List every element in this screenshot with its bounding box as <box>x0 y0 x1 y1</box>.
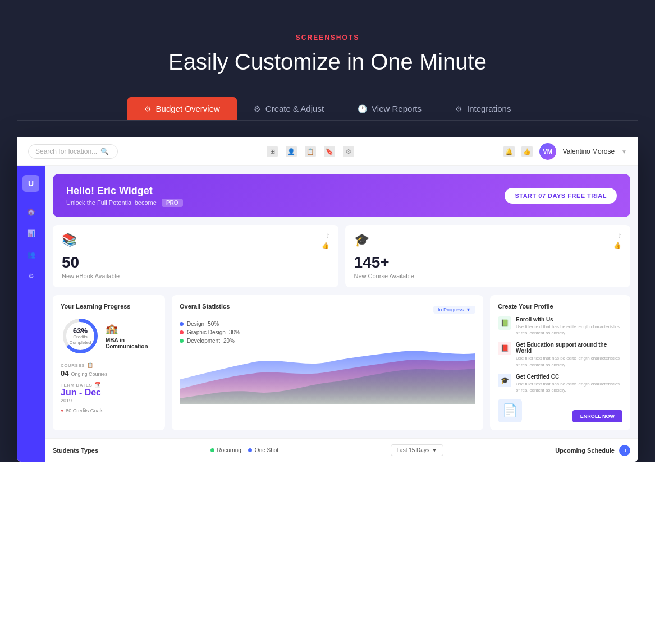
dropdown-arrow: ▼ <box>466 307 471 312</box>
students-types-label: Students Types <box>53 447 98 454</box>
learning-panel-title: Your Learning Progress <box>61 303 157 310</box>
courses-sub: Onging Courses <box>71 371 107 377</box>
enroll-row: 📄 ENROLL NOW <box>498 399 622 422</box>
share-icon-course[interactable]: ⤴ <box>618 233 621 240</box>
tab-integrations[interactable]: ⚙ Integrations <box>438 97 528 120</box>
courses-icon: 📋 <box>87 362 94 368</box>
notification-icon[interactable]: 🔔 <box>503 146 515 157</box>
create-icon: ⚙ <box>254 104 261 113</box>
integrations-icon: ⚙ <box>455 104 462 113</box>
budget-icon: ⚙ <box>144 104 152 113</box>
doc-icon: 📄 <box>498 399 522 422</box>
pro-badge: PRO <box>162 199 183 207</box>
in-progress-dropdown[interactable]: In Progress ▼ <box>433 306 475 314</box>
term-label: TERM DATES <box>61 383 92 388</box>
certified-desc: Use filler text that has be edite length… <box>516 381 622 393</box>
progress-circle-container: 63% Credits Completed 🏫 MBA in Communica… <box>61 316 157 356</box>
education-desc: Use filler text that has be edite length… <box>516 355 622 367</box>
section-label: SCREENSHOTS <box>0 34 655 42</box>
recurring-label: Rocurring <box>217 447 241 453</box>
ebook-icon: 📚 <box>62 233 77 247</box>
clipboard-icon[interactable]: 📋 <box>305 146 316 157</box>
statistics-panel: Overall Statistics In Progress ▼ Design … <box>172 295 483 430</box>
stat-item-design: Design 50% <box>180 321 475 327</box>
area-chart <box>180 348 475 393</box>
sidebar-icon-users[interactable]: 👥 <box>24 248 38 261</box>
courses-value: 04 <box>61 369 68 378</box>
welcome-text: Hello! Eric Widget Unlock the Full Poten… <box>66 185 183 206</box>
stat-card-ebook: 📚 ⤴ 👍 50 New eBook Available <box>53 225 338 287</box>
sidebar-logo: U <box>22 175 39 192</box>
education-title: Get Education support around the World <box>516 342 622 354</box>
top-section: SCREENSHOTS Easily Customize in One Minu… <box>0 0 655 137</box>
enroll-now-button[interactable]: ENROLL NOW <box>572 410 622 422</box>
like-icon-ebook[interactable]: 👍 <box>322 242 329 249</box>
oneshot-label: One Shot <box>255 447 278 453</box>
sidebar-icon-chart[interactable]: 📊 <box>24 227 38 240</box>
profile-item-enroll: 📗 Enroll with Us Use filler text that ha… <box>498 316 622 336</box>
course-meta: COURSES 📋 04 Onging Courses <box>61 362 157 378</box>
profile-item-education: 📕 Get Education support around the World… <box>498 342 622 367</box>
sidebar-icon-settings[interactable]: ⚙ <box>24 269 38 283</box>
profile-panel: Create Your Profile 📗 Enroll with Us Use… <box>490 295 630 430</box>
nav-icons: ⊞ 👤 📋 🔖 ⚙ <box>267 146 354 157</box>
design-percent: 50% <box>208 321 219 327</box>
share-icon-ebook[interactable]: ⤴ <box>326 233 329 240</box>
start-trial-button[interactable]: START 07 DAYS FREE TRIAL <box>505 188 617 204</box>
topbar-right: 🔔 👍 VM Valentino Morose ▼ <box>503 143 627 160</box>
filter-chevron: ▼ <box>432 447 437 453</box>
search-placeholder: Search for location... <box>35 148 97 155</box>
tab-create-adjust[interactable]: ⚙ Create & Adjust <box>237 97 341 120</box>
stat-card-course: 🎓 ⤴ 👍 145+ New Course Available <box>345 225 631 287</box>
dev-percent: 20% <box>223 338 235 344</box>
avatar: VM <box>539 143 556 160</box>
search-bar[interactable]: Search for location... 🔍 <box>28 144 118 159</box>
stat-items: Design 50% Graphic Design 30% Developmen… <box>180 321 475 344</box>
dropdown-icon[interactable]: ▼ <box>621 149 627 155</box>
enroll-content: Enroll with Us Use filler text that has … <box>516 316 622 336</box>
course-info: 🏫 MBA in Communication <box>106 323 157 349</box>
heart-icon[interactable]: 👍 <box>521 146 533 157</box>
dev-dot <box>180 339 184 343</box>
welcome-banner: Hello! Eric Widget Unlock the Full Poten… <box>53 174 630 217</box>
course-icon: 🎓 <box>354 233 369 247</box>
circle-center: 63% Credits Completed <box>70 327 91 345</box>
dashboard-sidebar: U 🏠 📊 👥 ⚙ <box>17 166 45 462</box>
grid-icon[interactable]: ⊞ <box>267 146 278 157</box>
bookmark-icon[interactable]: 🔖 <box>324 146 335 157</box>
learning-progress-panel: Your Learning Progress 63% Credits Compl… <box>53 295 165 430</box>
certified-content: Get Certified CC Use filler text that ha… <box>516 374 622 393</box>
tab-create-label: Create & Adjust <box>265 104 324 113</box>
reports-icon: 🕐 <box>358 104 367 113</box>
recurring-dot <box>210 448 214 452</box>
ebook-number: 50 <box>62 254 329 272</box>
dashboard-topbar: Search for location... 🔍 ⊞ 👤 📋 🔖 ⚙ 🔔 👍 V… <box>17 137 638 166</box>
tab-budget-overview[interactable]: ⚙ Budget Overview <box>127 97 237 120</box>
stats-panel-header: Overall Statistics In Progress ▼ <box>180 303 475 316</box>
welcome-greeting: Hello! Eric Widget <box>66 185 183 197</box>
upcoming-badge: 3 <box>619 445 630 456</box>
credits-goal: ♥ 80 Credits Goals <box>61 408 157 413</box>
gear-icon[interactable]: ⚙ <box>343 146 354 157</box>
certified-icon: 🎓 <box>498 374 511 387</box>
like-icon-course[interactable]: 👍 <box>613 242 621 249</box>
ebook-label: New eBook Available <box>62 273 329 279</box>
upcoming-row: Upcoming Schedule 3 <box>555 445 630 456</box>
user-icon[interactable]: 👤 <box>286 146 297 157</box>
sidebar-icon-home[interactable]: 🏠 <box>24 205 38 219</box>
term-dates: Jun - Dec <box>61 388 157 398</box>
course-label: New Course Available <box>354 273 622 279</box>
filter-dropdown[interactable]: Last 15 Days ▼ <box>391 444 443 456</box>
circle-sublabel: Credits Completed <box>70 334 91 345</box>
progress-circle: 63% Credits Completed <box>61 316 100 356</box>
bottom-panels: Your Learning Progress 63% Credits Compl… <box>53 295 630 430</box>
education-icon: 📕 <box>498 342 511 355</box>
course-title: MBA in Communication <box>106 337 157 349</box>
heart-goal-icon: ♥ <box>61 408 63 413</box>
stat-card-header: 📚 ⤴ 👍 <box>62 233 329 249</box>
certified-title: Get Certified CC <box>516 374 622 380</box>
tab-view-reports[interactable]: 🕐 View Reports <box>341 97 438 120</box>
bottom-white-section <box>0 462 655 644</box>
recurring-legend: Rocurring <box>210 447 241 453</box>
education-content: Get Education support around the World U… <box>516 342 622 367</box>
